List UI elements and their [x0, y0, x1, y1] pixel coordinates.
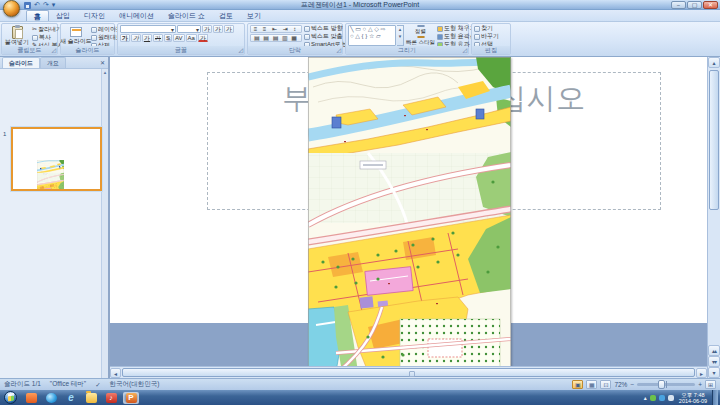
tray-volume-icon[interactable] [668, 395, 674, 401]
slide-thumbnail-number: 1 [3, 131, 6, 137]
redo-icon[interactable]: ↷ [43, 1, 49, 9]
find-button[interactable]: 찾기 [474, 25, 499, 32]
change-case-button[interactable]: Aa [186, 34, 197, 42]
strikethrough-button[interactable]: 가 [153, 34, 163, 42]
shape-outline-button[interactable]: 도형 윤곽선 [437, 33, 476, 40]
taskbar-explorer-folder-icon[interactable] [83, 392, 99, 404]
horizontal-scroll-thumb[interactable] [122, 368, 695, 377]
chevron-down-icon: ▾ [196, 26, 199, 33]
qat-dropdown-icon[interactable]: ▾ [52, 1, 56, 9]
next-slide-button[interactable]: ▾▾ [708, 356, 720, 367]
zoom-slider[interactable] [637, 383, 695, 386]
horizontal-scrollbar[interactable]: ◂ ▸ [110, 366, 707, 378]
close-button[interactable]: ✕ [703, 1, 718, 9]
scroll-up-icon: ▴ [104, 69, 107, 75]
save-icon[interactable] [24, 2, 31, 9]
taskbar-clock[interactable]: 오후 7:48 2014-06-09 [679, 392, 707, 404]
text-direction-icon [304, 26, 310, 32]
show-desktop-button[interactable] [712, 390, 718, 405]
tab-view[interactable]: 보기 [240, 10, 268, 21]
tab-outline[interactable]: 개요 [40, 57, 66, 68]
quick-styles-icon[interactable] [417, 36, 425, 38]
zoom-in-icon[interactable]: + [698, 381, 702, 388]
replace-icon [474, 34, 480, 40]
normal-view-button[interactable]: ▣ [572, 380, 583, 389]
taskbar-powerpoint-icon[interactable]: P [123, 392, 139, 404]
new-slide-button[interactable]: 새 슬라이드 [63, 25, 89, 45]
taskbar-media-player-icon[interactable] [43, 392, 59, 404]
map-picture-object[interactable] [308, 57, 511, 372]
list-buttons[interactable]: ≡ ≡ ⇤ ⇥ ↕ [250, 25, 302, 33]
undo-icon[interactable]: ↶ [34, 1, 40, 9]
scroll-down-icon[interactable]: ▾ [708, 367, 720, 378]
vertical-scroll-thumb[interactable] [709, 70, 719, 210]
paste-icon [12, 26, 23, 39]
chevron-down-icon: ▾ [171, 26, 174, 33]
grow-font-button[interactable]: 가 [202, 25, 212, 33]
bold-button[interactable]: 가 [120, 34, 130, 42]
spellcheck-icon[interactable]: ✓ [95, 381, 100, 389]
dialog-launcher-icon[interactable]: ◿ [238, 46, 243, 54]
title-bar: ↶ ↷ ▾ 프레젠테이션1 - Microsoft PowerPoint − ▢… [0, 0, 720, 10]
zoom-slider-thumb[interactable] [658, 380, 665, 389]
thumbnail-map-image [37, 160, 64, 191]
font-color-button[interactable]: 가 [198, 34, 208, 42]
slide-thumbnail[interactable] [11, 127, 102, 191]
arrange-button[interactable]: 정렬 [415, 28, 426, 35]
arrange-icon[interactable] [417, 25, 425, 27]
font-size-combo[interactable]: ▾ [177, 25, 201, 33]
shapes-gallery[interactable]: ╲ ▭ ○ △ ◇ ⇨ ○ △ { } ☆ ▱ [348, 25, 396, 46]
scroll-left-icon[interactable]: ◂ [110, 368, 121, 378]
group-editing: 찾기 바꾸기 선택 편집 [471, 23, 511, 55]
pane-close-icon[interactable]: ✕ [100, 59, 105, 66]
office-button[interactable] [3, 0, 20, 17]
dialog-launcher-icon[interactable]: ◿ [462, 46, 467, 54]
taskbar-music-app-icon[interactable]: ♪ [103, 392, 119, 404]
tab-slides-thumbnails[interactable]: 슬라이드 [2, 57, 40, 68]
fit-to-window-button[interactable]: ⊞ [705, 380, 716, 389]
clear-formatting-button[interactable]: 가 [224, 25, 234, 33]
previous-slide-button[interactable]: ▴▴ [708, 345, 720, 356]
zoom-out-icon[interactable]: − [630, 381, 634, 388]
italic-button[interactable]: 가 [131, 34, 141, 42]
language-indicator[interactable]: 한국어(대한민국) [110, 380, 160, 389]
zoom-level[interactable]: 72% [614, 381, 627, 388]
pane-scrollbar[interactable]: ▴ [101, 69, 108, 378]
taskbar-internet-explorer-icon[interactable]: e [63, 392, 79, 404]
tab-design[interactable]: 디자인 [77, 10, 112, 21]
tray-blue-icon[interactable] [659, 395, 665, 401]
minimize-button[interactable]: − [671, 1, 686, 9]
status-bar: 슬라이드 1/1 "Office 테마" ✓ 한국어(대한민국) ▣ ▦ ⊡ 7… [0, 378, 720, 390]
vertical-scrollbar[interactable]: ▴ ▴▴ ▾▾ ▾ [707, 57, 720, 378]
scroll-up-icon[interactable]: ▴ [708, 57, 720, 68]
replace-button[interactable]: 바꾸기 [474, 33, 499, 40]
quick-styles-button[interactable]: 빠른 스타일 [406, 39, 435, 46]
maximize-button[interactable]: ▢ [687, 1, 702, 9]
scroll-right-icon[interactable]: ▸ [696, 368, 707, 378]
tab-home[interactable]: 홈 [26, 10, 49, 21]
tab-slideshow[interactable]: 슬라이드 쇼 [161, 10, 212, 21]
tray-green-icon[interactable] [650, 395, 656, 401]
taskbar-app1-icon[interactable] [23, 392, 39, 404]
slideshow-view-button[interactable]: ⊡ [600, 380, 611, 389]
group-paragraph: ≡ ≡ ⇤ ⇥ ↕ ▤ ▤ ▤ ▥ ▦ 텍스트 방향 텍스트 맞춤 SmartA… [247, 23, 343, 55]
underline-button[interactable]: 가 [142, 34, 152, 42]
shapes-gallery-scroll[interactable]: ▴▾ [397, 25, 404, 46]
text-shadow-button[interactable]: S [164, 34, 172, 42]
tab-review[interactable]: 검토 [212, 10, 240, 21]
shape-fill-button[interactable]: 도형 채우기 [437, 25, 476, 32]
paste-button[interactable]: 붙여넣기 [4, 25, 30, 45]
dialog-launcher-icon[interactable]: ◿ [51, 46, 56, 54]
cut-button[interactable]: ✂잘라내기 [32, 26, 64, 33]
copy-button[interactable]: 복사 [32, 34, 64, 41]
tray-expand-icon[interactable]: ▴ [644, 394, 647, 402]
dialog-launcher-icon[interactable]: ◿ [336, 46, 341, 54]
start-button[interactable] [4, 391, 17, 404]
shrink-font-button[interactable]: 가 [213, 25, 223, 33]
tab-insert[interactable]: 삽입 [49, 10, 77, 21]
font-name-combo[interactable]: ▾ [120, 25, 176, 33]
tab-animations[interactable]: 애니메이션 [112, 10, 161, 21]
slide-sorter-view-button[interactable]: ▦ [586, 380, 597, 389]
character-spacing-button[interactable]: AV [173, 34, 185, 42]
alignment-buttons[interactable]: ▤ ▤ ▤ ▥ ▦ [250, 34, 302, 42]
